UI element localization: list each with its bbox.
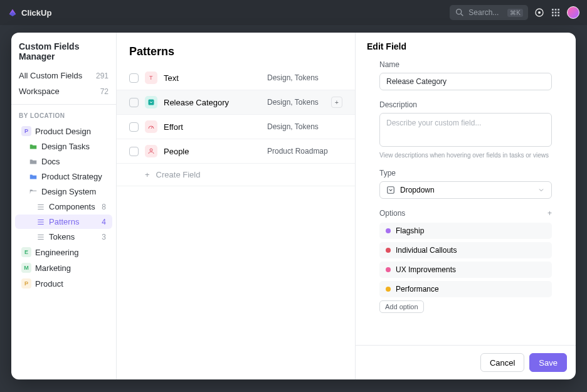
color-dot-icon <box>386 248 391 253</box>
svg-point-0 <box>457 9 462 14</box>
save-button[interactable]: Save <box>529 353 567 372</box>
folder-icon <box>29 172 38 181</box>
topbar: ClickUp Search... ⌘K <box>0 0 587 25</box>
list-icon <box>36 233 45 241</box>
folder-icon <box>29 142 38 151</box>
avatar[interactable] <box>567 6 579 19</box>
list-components[interactable]: Components 8 <box>15 199 112 214</box>
sidebar: Custom Fields Manager All Custom Fields … <box>11 33 117 379</box>
text-field-icon: T <box>145 72 157 84</box>
svg-rect-8 <box>558 12 559 14</box>
divider <box>11 104 116 105</box>
checkbox[interactable] <box>129 73 139 83</box>
brand-name: ClickUp <box>21 8 51 18</box>
folder-open-icon <box>29 188 38 196</box>
plus-icon: + <box>129 170 150 179</box>
svg-rect-3 <box>552 9 554 11</box>
search-placeholder: Search... <box>468 8 499 17</box>
custom-fields-manager-window: Custom Fields Manager All Custom Fields … <box>11 33 576 379</box>
edit-field-panel: Edit Field Name Description View descrip… <box>355 33 576 379</box>
cancel-button[interactable]: Cancel <box>480 353 524 372</box>
space-badge-icon: P <box>21 278 31 289</box>
type-label: Type <box>379 169 552 177</box>
effort-field-icon <box>145 120 157 133</box>
dropdown-type-icon <box>386 186 395 194</box>
svg-point-2 <box>538 11 541 14</box>
space-product[interactable]: P Product <box>15 276 112 291</box>
clickup-logo-icon <box>8 8 18 18</box>
svg-rect-7 <box>555 12 557 14</box>
space-engineering[interactable]: E Engineering <box>15 245 112 260</box>
field-row-text[interactable]: T Text Design, Tokens <box>117 66 355 90</box>
add-option-plus-button[interactable]: + <box>547 209 552 218</box>
folder-design-tasks[interactable]: Design Tasks <box>15 139 112 154</box>
search-input[interactable]: Search... ⌘K <box>450 5 528 20</box>
apps-grid-icon[interactable] <box>551 8 561 18</box>
svg-rect-4 <box>555 9 557 11</box>
checkbox[interactable] <box>129 98 139 107</box>
space-marketing[interactable]: M Marketing <box>15 260 112 275</box>
search-shortcut: ⌘K <box>507 9 523 17</box>
description-hint: View descriptions when hovering over fie… <box>379 152 552 159</box>
folder-docs[interactable]: Docs <box>15 154 112 169</box>
checkbox[interactable] <box>129 147 139 156</box>
list-icon <box>36 218 45 226</box>
color-dot-icon <box>386 287 391 292</box>
svg-rect-10 <box>555 14 557 16</box>
svg-rect-15 <box>388 187 394 194</box>
field-row-effort[interactable]: Effort Design, Tokens <box>117 115 355 139</box>
space-badge-icon: P <box>21 126 31 136</box>
color-dot-icon <box>386 267 391 272</box>
options-label: Options <box>379 209 405 218</box>
name-input[interactable] <box>379 73 552 90</box>
field-row-release-category[interactable]: Release Category Design, Tokens + <box>117 90 355 115</box>
list-icon <box>36 203 45 211</box>
people-field-icon <box>145 145 157 157</box>
record-icon[interactable] <box>534 8 544 18</box>
list-tokens[interactable]: Tokens 3 <box>15 230 112 244</box>
field-row-people[interactable]: People Product Roadmap <box>117 139 355 164</box>
brand: ClickUp <box>8 8 51 18</box>
dropdown-field-icon <box>145 96 157 109</box>
option-ux-improvements[interactable]: UX Improvements <box>379 262 552 278</box>
space-product-design[interactable]: P Product Design <box>15 124 112 139</box>
folder-icon <box>29 157 38 166</box>
description-input[interactable] <box>379 113 552 147</box>
sidebar-summary-workspace[interactable]: Workspace 72 <box>11 83 116 99</box>
svg-rect-9 <box>552 14 554 16</box>
checkbox[interactable] <box>129 122 139 132</box>
folder-product-strategy[interactable]: Product Strategy <box>15 169 112 184</box>
color-dot-icon <box>386 228 391 233</box>
space-badge-icon: M <box>21 263 31 273</box>
svg-text:T: T <box>149 75 153 81</box>
panel-title: Edit Field <box>356 33 576 58</box>
svg-rect-5 <box>558 9 559 11</box>
svg-rect-13 <box>149 100 154 105</box>
svg-rect-11 <box>558 14 559 16</box>
main-content: Patterns T Text Design, Tokens Release C… <box>117 33 355 379</box>
search-icon <box>455 8 465 18</box>
folder-design-system[interactable]: Design System <box>15 184 112 199</box>
create-field-button[interactable]: + Create Field <box>117 164 355 186</box>
chevron-down-icon <box>537 186 545 194</box>
page-title: Patterns <box>117 45 355 66</box>
add-option-button[interactable]: Add option <box>379 300 424 313</box>
svg-rect-6 <box>552 12 554 14</box>
type-select[interactable]: Dropdown <box>379 181 552 199</box>
option-performance[interactable]: Performance <box>379 281 552 297</box>
option-flagship[interactable]: Flagship <box>379 223 552 239</box>
space-badge-icon: E <box>21 247 31 257</box>
more-locations-button[interactable]: + <box>331 97 342 108</box>
svg-point-14 <box>150 149 152 151</box>
list-patterns[interactable]: Patterns 4 <box>15 215 112 229</box>
description-label: Description <box>379 100 552 109</box>
name-label: Name <box>379 60 552 69</box>
sidebar-section-header: BY LOCATION <box>11 110 116 123</box>
sidebar-summary-all[interactable]: All Custom Fields 291 <box>11 68 116 83</box>
option-individual-callouts[interactable]: Individual Callouts <box>379 242 552 258</box>
sidebar-title: Custom Fields Manager <box>11 41 116 68</box>
